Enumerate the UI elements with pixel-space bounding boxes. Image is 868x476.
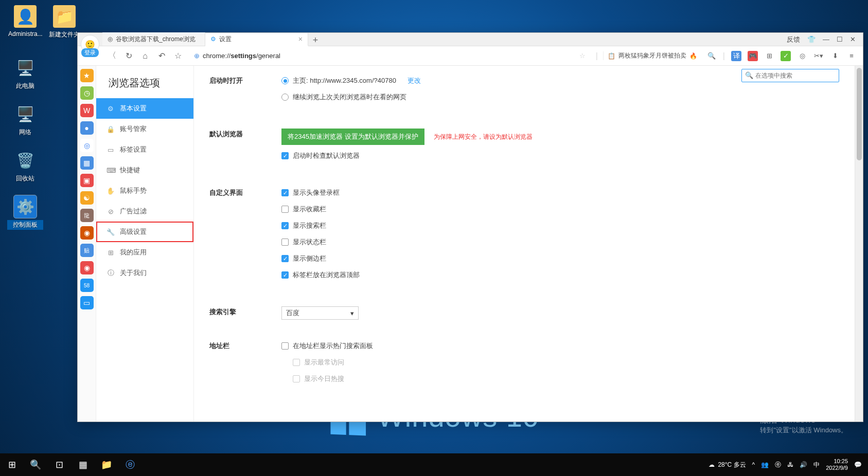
maximize-button[interactable]: ☐ (837, 35, 843, 43)
shield-icon[interactable]: ✓ (781, 51, 791, 61)
tray-ime-icon[interactable]: 中 (813, 461, 820, 469)
search-icon[interactable]: 🔍 (706, 51, 717, 61)
side-icon[interactable]: ▦ (80, 156, 94, 170)
side-icon[interactable]: 龍 (80, 209, 94, 222)
chrome-icon: ◎ (108, 35, 113, 43)
screenshot-icon[interactable]: ✂▾ (813, 51, 824, 61)
check-显示侧边栏[interactable] (281, 255, 289, 262)
taskbar-search[interactable]: 🔍 (24, 453, 47, 476)
home-button[interactable]: ⌂ (139, 51, 151, 61)
side-icon[interactable]: 贴 (80, 244, 94, 257)
check-most-visited[interactable] (293, 359, 300, 366)
search-engine-select[interactable]: 百度 ▾ (281, 306, 359, 320)
weather-widget[interactable]: ☁ 28°C 多云 (708, 461, 746, 469)
nav-item-高级设置[interactable]: 🔧高级设置 (96, 222, 193, 242)
desktop-icon-admin[interactable]: 👤Administra... (7, 5, 43, 38)
start-button[interactable]: ⊞ (0, 453, 24, 476)
close-button[interactable]: ✕ (850, 35, 856, 43)
side-icon[interactable]: ◎ (80, 139, 94, 152)
side-icon[interactable]: 58 (80, 279, 94, 292)
side-icon[interactable]: ◷ (80, 86, 94, 100)
nav-item-广告过滤[interactable]: ⊘广告过滤 (96, 201, 193, 222)
new-tab-button[interactable]: + (308, 35, 323, 46)
flame-icon: 🔥 (689, 52, 697, 60)
set-default-button[interactable]: 将2345加速浏览器 设置为默认浏览器并保护 (281, 129, 424, 145)
toolbar: 〈 ↻ ⌂ ↶ ☆ ⊕ chrome://settings/general ☆ … (78, 46, 863, 66)
feedback-link[interactable]: 反馈 (787, 35, 800, 44)
tab-close-icon[interactable]: × (298, 35, 303, 43)
side-icon[interactable]: ▣ (80, 174, 94, 187)
check-today-hot[interactable] (293, 375, 300, 382)
tray-edge-icon[interactable]: ⓔ (775, 461, 781, 469)
record-icon[interactable]: ◎ (797, 51, 807, 61)
tray-volume-icon[interactable]: 🔊 (800, 461, 807, 468)
nav-icon: ✋ (107, 187, 115, 195)
desktop-icon-network[interactable]: 🖥️网络 (7, 103, 43, 137)
check-显示头像登录框[interactable] (281, 189, 289, 196)
skin-icon[interactable]: 👕 (807, 35, 816, 43)
nav-item-快捷键[interactable]: ⌨快捷键 (96, 160, 193, 180)
login-button[interactable]: 登录 (81, 48, 99, 57)
check-显示搜索栏[interactable] (281, 222, 289, 229)
nav-icon: ⊘ (107, 208, 115, 215)
nav-item-我的应用[interactable]: ⊞我的应用 (96, 242, 193, 263)
taskview-button[interactable]: ⊡ (47, 453, 71, 476)
back-button[interactable]: 〈 (107, 50, 118, 61)
minimize-button[interactable]: — (823, 35, 829, 43)
bookmark-star-icon[interactable]: ☆ (579, 52, 586, 60)
taskbar-explorer[interactable]: 📁 (95, 453, 118, 476)
side-icon[interactable]: ☯ (80, 191, 94, 205)
settings-nav: 浏览器选项 ⚙基本设置🔒账号管家▭标签设置⌨快捷键✋鼠标手势⊘广告过滤🔧高级设置… (96, 66, 194, 422)
radio-continue[interactable] (281, 94, 289, 101)
grid-icon[interactable]: ⊞ (764, 51, 774, 61)
check-显示收藏栏[interactable] (281, 206, 289, 213)
nav-item-账号管家[interactable]: 🔒账号管家 (96, 119, 193, 139)
radio-homepage[interactable] (281, 77, 289, 84)
promo-link[interactable]: 📋 两枚猛犸象牙月饼被拍卖 🔥 (603, 51, 701, 60)
favorite-button[interactable]: ☆ (172, 51, 184, 61)
tab-settings[interactable]: ⚙ 设置 × (205, 33, 308, 46)
side-icon[interactable]: ◉ (80, 226, 94, 240)
settings-search-input[interactable] (741, 69, 839, 82)
check-default-on-start[interactable] (281, 152, 289, 159)
tray-clock[interactable]: 10:25 2022/9/9 (826, 458, 848, 471)
translate-icon[interactable]: 译 (731, 51, 741, 61)
page-title: 浏览器选项 (96, 72, 193, 98)
search-icon: 🔍 (745, 71, 753, 79)
section-addr-label: 地址栏 (209, 340, 281, 390)
tray-people-icon[interactable]: 👥 (761, 461, 769, 468)
undo-button[interactable]: ↶ (156, 51, 167, 61)
reload-button[interactable]: ↻ (123, 51, 134, 61)
tray-chevron-icon[interactable]: ^ (752, 461, 755, 468)
desktop-icon-recycle[interactable]: 🗑️回收站 (7, 149, 43, 184)
check-显示状态栏[interactable] (281, 239, 289, 246)
side-icon[interactable]: ▭ (80, 296, 94, 309)
download-icon[interactable]: ⬇ (830, 51, 840, 61)
desktop-icon-controlpanel[interactable]: ⚙️控制面板 (7, 195, 43, 230)
taskbar-apps[interactable]: ▦ (71, 453, 95, 476)
desktop-icon-thispc[interactable]: 🖥️此电脑 (7, 57, 43, 91)
tray-notification-icon[interactable]: 💬 (854, 461, 862, 468)
game-icon[interactable]: 🎮 (748, 51, 758, 61)
change-link[interactable]: 更改 (408, 76, 421, 85)
menu-icon[interactable]: ≡ (846, 51, 857, 61)
nav-item-鼠标手势[interactable]: ✋鼠标手势 (96, 180, 193, 201)
taskbar-edge[interactable]: ⓔ (118, 453, 142, 476)
side-icon[interactable]: ◉ (80, 261, 94, 274)
side-icon[interactable]: W (80, 104, 94, 117)
nav-item-关于我们[interactable]: ⓘ关于我们 (96, 263, 193, 283)
tray-network-icon[interactable]: 🖧 (787, 461, 793, 468)
system-tray: ☁ 28°C 多云 ^ 👥 ⓔ 🖧 🔊 中 10:25 2022/9/9 💬 (702, 458, 868, 471)
settings-page: ★◷W●◎▦▣☯龍◉贴◉58▭ 浏览器选项 ⚙基本设置🔒账号管家▭标签设置⌨快捷… (78, 66, 863, 422)
side-icon[interactable]: ● (80, 121, 94, 135)
scrollbar[interactable] (855, 66, 863, 422)
titlebar: 🙂 登录 ◎ 谷歌浏览器下载_chrome浏览 ⚙ 设置 × + 反馈 👕 — … (78, 33, 863, 46)
side-icon[interactable]: ★ (80, 69, 94, 82)
tab-chrome-download[interactable]: ◎ 谷歌浏览器下载_chrome浏览 (102, 32, 205, 46)
annotation-arrow (194, 174, 209, 287)
nav-item-标签设置[interactable]: ▭标签设置 (96, 139, 193, 160)
check-标签栏放在浏览器顶部[interactable] (281, 271, 289, 279)
url-bar[interactable]: ⊕ chrome://settings/general ☆ (189, 49, 591, 63)
check-hot-panel[interactable] (281, 342, 289, 350)
nav-item-基本设置[interactable]: ⚙基本设置 (96, 98, 193, 119)
